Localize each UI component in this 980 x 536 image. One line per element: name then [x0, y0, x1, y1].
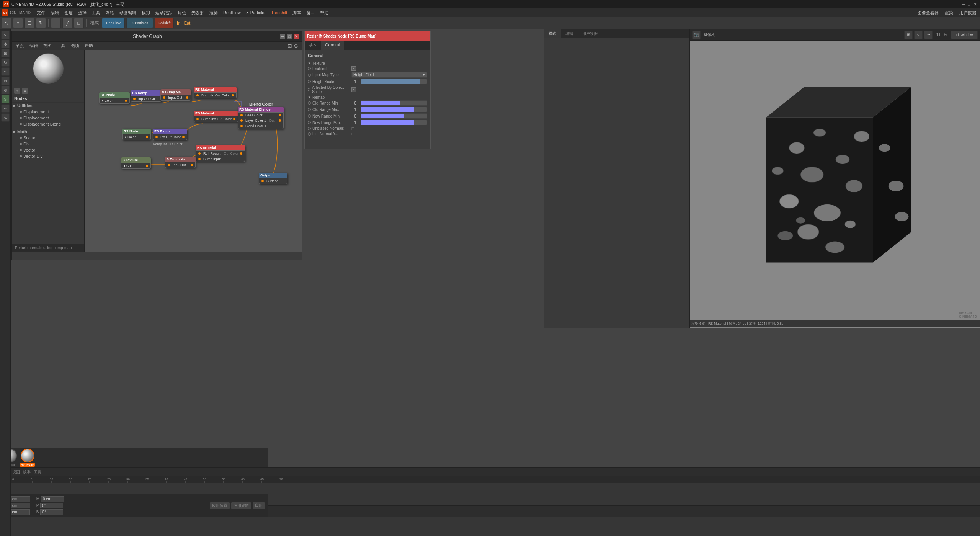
menu-userdata[interactable]: 用户数据 — [957, 9, 978, 16]
menu-render-btn[interactable]: 渲染 — [942, 9, 956, 16]
right-tab-userdata[interactable]: 用户数据 — [578, 29, 602, 38]
toolbar-move[interactable]: ✦ — [13, 18, 23, 28]
toolbar-points[interactable]: · — [51, 18, 61, 28]
item-displacement-2[interactable]: Displacement — [12, 115, 84, 121]
rs-flip-radio[interactable] — [308, 132, 311, 136]
left-icon-cursor[interactable]: ↖ — [1, 31, 10, 39]
menu-select[interactable]: 选择 — [76, 9, 89, 16]
right-tab-edit[interactable]: 编辑 — [561, 29, 578, 38]
close-btn[interactable]: ✕ — [973, 2, 977, 7]
rs-aff-radio[interactable] — [308, 88, 310, 91]
rs-tab-basic[interactable]: 基本 — [305, 41, 321, 50]
coord-m-input[interactable] — [41, 496, 64, 502]
left-icon-soft[interactable]: S — [1, 95, 10, 103]
rs-orm-radio[interactable] — [308, 101, 311, 105]
graph-node-rsmaterialblender[interactable]: RS Material Blender Base Color Layer Col… — [238, 107, 284, 129]
rt-sphere-btn[interactable]: ○ — [914, 31, 923, 39]
left-icon-spline[interactable]: ~ — [1, 67, 10, 76]
menu-render[interactable]: 渲染 — [207, 9, 220, 16]
shader-zoom-icon[interactable]: ⊕ — [294, 43, 298, 49]
item-div[interactable]: Div — [12, 141, 84, 147]
rs-imt-radio[interactable] — [308, 74, 311, 77]
win-minimize[interactable]: ─ — [280, 34, 285, 39]
item-disp-blend[interactable]: Displacement Blend — [12, 121, 84, 127]
maximize-btn[interactable]: □ — [968, 2, 970, 7]
left-icon-paint[interactable]: ✏ — [1, 104, 10, 113]
rs-enabled-checkbox[interactable]: ✓ — [351, 66, 356, 71]
menu-imageviewer[interactable]: 图像查看器 — [915, 9, 941, 16]
coord-b-input[interactable] — [40, 509, 63, 515]
rt-camera-btn[interactable]: 📷 — [692, 31, 701, 39]
rs-affected-checkbox[interactable]: ✓ — [351, 87, 356, 92]
ne-icon-1[interactable]: ⊞ — [14, 88, 20, 94]
left-icon-sculpt[interactable]: ∿ — [1, 113, 10, 122]
rt-more-btn[interactable]: ⋯ — [924, 31, 933, 39]
menu-xparticles[interactable]: X-Particles — [244, 10, 269, 16]
material-item-2[interactable]: RS Mate — [20, 449, 35, 467]
graph-node-rsramp1[interactable]: RS Ramp Inp Out Color — [131, 90, 162, 102]
menu-realflow[interactable]: RealFlow — [221, 10, 243, 16]
shader-fit-icon[interactable]: ⊡ — [287, 43, 292, 49]
shader-window-titlebar[interactable]: Shader Graph ─ □ ✕ — [12, 31, 302, 42]
menu-file[interactable]: 文件 — [34, 9, 47, 16]
sm-edit[interactable]: 编辑 — [27, 42, 40, 49]
graph-node-rsmaterial2[interactable]: RS Material Bump Ins Out Color — [194, 111, 238, 122]
menu-light[interactable]: 光发射 — [189, 9, 206, 16]
left-icon-magnet[interactable]: ⊙ — [1, 86, 10, 94]
rs-hs-slider[interactable] — [361, 79, 427, 84]
rs-ormax-slider[interactable] — [361, 107, 427, 112]
graph-node-rsmaterial3[interactable]: RS Material Refl Roug... Out Color Bump … — [196, 145, 245, 162]
graph-canvas[interactable]: RS Node ♦ Color RS Ramp Inp Out — [85, 50, 302, 252]
menu-help[interactable]: 帮助 — [318, 9, 331, 16]
menu-tools[interactable]: 工具 — [90, 9, 103, 16]
toolbar-rs[interactable]: Redshift — [155, 18, 174, 28]
menu-char[interactable]: 角色 — [175, 9, 188, 16]
graph-node-sbump1[interactable]: S Bump Ma Input Out — [160, 89, 191, 101]
win-maximize[interactable]: □ — [287, 34, 292, 39]
menu-create[interactable]: 创建 — [62, 9, 75, 16]
graph-node-stexture[interactable]: S Texture ♦ Color — [121, 157, 151, 169]
rs-ormax-radio[interactable] — [308, 108, 311, 111]
toolbar-select[interactable]: ↖ — [2, 18, 11, 28]
rs-nrmax-slider[interactable] — [361, 120, 427, 125]
menu-anim[interactable]: 动画编辑 — [117, 9, 139, 16]
graph-node-rsramp2[interactable]: RS Ramp Ins Out Color — [153, 129, 187, 140]
rs-enabled-radio[interactable] — [308, 67, 311, 70]
sm-options[interactable]: 选项 — [69, 42, 82, 49]
menu-edit[interactable]: 编辑 — [48, 9, 61, 16]
rs-hs-radio[interactable] — [308, 80, 311, 83]
rt-grid-btn[interactable]: ⊞ — [904, 31, 913, 39]
right-tab-modes[interactable]: 模式 — [544, 29, 561, 38]
rs-nrmax-radio[interactable] — [308, 121, 311, 124]
left-icon-move[interactable]: ✥ — [1, 40, 10, 48]
rt-fit-btn[interactable]: Fit Window — [951, 31, 978, 39]
os-window-controls[interactable]: ─ □ ✕ — [962, 2, 977, 7]
item-displacement-1[interactable]: Displacement — [12, 109, 84, 115]
win-close[interactable]: ✕ — [294, 34, 299, 39]
item-vectordiv[interactable]: Vector Div — [12, 153, 84, 159]
rs-input-map-dropdown[interactable]: Height Field ▼ — [351, 72, 427, 78]
cat-math[interactable]: ▶Math — [12, 129, 84, 135]
graph-node-rsnode2[interactable]: RS Node ♦ Color — [122, 129, 151, 140]
material-thumb-2[interactable] — [21, 449, 34, 462]
toolbar-scale[interactable]: ⊡ — [24, 18, 34, 28]
rs-nrm-radio[interactable] — [308, 114, 311, 118]
ne-icon-2[interactable]: ≡ — [22, 88, 28, 94]
left-icon-knife[interactable]: ✂ — [1, 77, 10, 85]
rs-nrm-slider[interactable] — [361, 113, 427, 119]
graph-node-sbump2[interactable]: S Bump Ma Inpu Out — [165, 157, 196, 168]
toolbar-rotate[interactable]: ↻ — [36, 18, 46, 28]
menu-redshift[interactable]: Redshift — [270, 10, 289, 16]
rs-tab-general[interactable]: General — [321, 41, 344, 50]
menu-mesh[interactable]: 网格 — [103, 9, 116, 16]
toolbar-realflow[interactable]: RealFlow — [102, 18, 125, 28]
graph-node-rsmaterial1[interactable]: RS Material Bump In Out Color — [194, 87, 237, 98]
coord-apply-btn[interactable]: 应用 — [253, 502, 265, 509]
sm-tools[interactable]: 工具 — [55, 42, 68, 49]
sm-nodes[interactable]: 节点 — [13, 42, 26, 49]
toolbar-edges[interactable]: ╱ — [62, 18, 72, 28]
graph-node-output[interactable]: Output Surface — [259, 173, 287, 184]
cat-utilities[interactable]: ▶Utilities — [12, 103, 84, 109]
toolbar-xpart[interactable]: X-Particles — [126, 18, 153, 28]
sm-help[interactable]: 帮助 — [82, 42, 95, 49]
